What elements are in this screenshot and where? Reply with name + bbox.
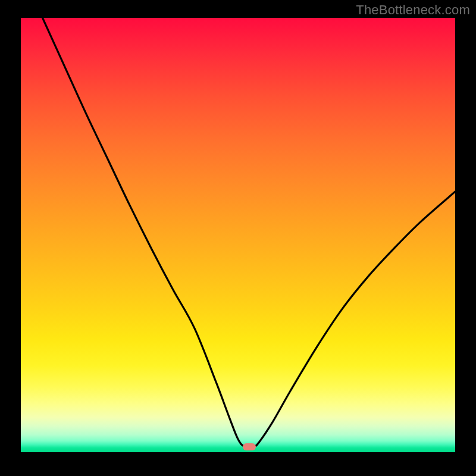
plot-area <box>21 18 455 452</box>
chart-frame: TheBottleneck.com <box>0 0 476 476</box>
watermark-text: TheBottleneck.com <box>356 2 470 18</box>
minimum-marker <box>243 443 256 450</box>
bottleneck-curve <box>43 18 456 447</box>
curve-svg <box>21 18 455 452</box>
